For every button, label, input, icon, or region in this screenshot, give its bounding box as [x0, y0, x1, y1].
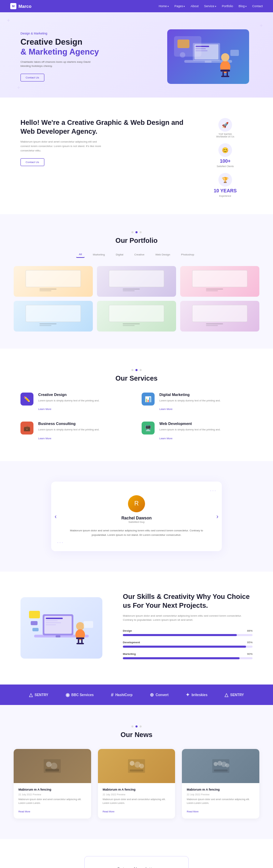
svg-rect-38	[76, 637, 84, 639]
news-card-1-date: 22 July 2022 Preview	[18, 793, 86, 796]
skill-bar-marketing: Marketing 90%	[123, 652, 253, 659]
services-section: Our Services ✏️ Creative Design Lorem ip…	[0, 349, 273, 461]
skill-bg-mkt	[123, 657, 253, 659]
portfolio-screen-2	[109, 270, 164, 287]
portfolio-screen-6	[192, 305, 247, 322]
skill-bar-development: Development 95%	[123, 641, 253, 648]
filter-digital[interactable]: Digital	[113, 251, 126, 258]
portfolio-item-1[interactable]	[14, 266, 93, 297]
brand-sentry-1: △ SENTRY	[29, 692, 48, 697]
news-content-1: Mabiorum m A fencing 22 July 2022 Previe…	[14, 783, 91, 819]
portfolio-inner-3	[180, 266, 259, 297]
about-description: Mabiorum ipsum dolor and amet consectetu…	[20, 140, 102, 153]
skill-bg-design	[123, 634, 253, 636]
filter-creative[interactable]: Creative	[131, 251, 147, 258]
svg-rect-6	[205, 61, 212, 63]
svg-rect-21	[206, 290, 218, 291]
brands-section: △ SENTRY ◉ BBC Services # HashiCorp ⊕ Co…	[0, 685, 273, 705]
skill-label-dev: Development	[123, 641, 140, 644]
news-card-3-link[interactable]: Read More	[187, 810, 199, 813]
brand-sentry-2: △ SENTRY	[225, 692, 244, 697]
filter-photoshop[interactable]: Photoshop	[178, 251, 197, 258]
service-link-webdev[interactable]: Learn More	[159, 437, 172, 440]
svg-rect-42	[29, 611, 40, 618]
svg-rect-23	[40, 325, 52, 326]
filter-marketing[interactable]: Marketing	[90, 251, 107, 258]
skills-illustration-wrap	[20, 597, 109, 659]
news-img-3	[182, 749, 259, 783]
hero-illustration	[167, 29, 249, 84]
news-card-2-desc: Mabiorum ipsum dolor and amet consectetu…	[103, 798, 171, 805]
brand-sentry-2-icon: △	[225, 692, 228, 697]
portfolio-item-6[interactable]	[180, 301, 259, 332]
dot-2	[135, 231, 138, 233]
nav-link-portfolio[interactable]: Portfolio	[222, 4, 233, 8]
services-grid: ✏️ Creative Design Lorem ipsum is simply…	[20, 393, 253, 441]
news-card-1-desc: Mabiorum ipsum dolor and amet consectetu…	[18, 798, 86, 805]
news-title: Our News	[14, 731, 259, 739]
news-img-1	[14, 749, 91, 783]
service-content-creative: Creative Design Lorem ipsum is simply du…	[38, 393, 131, 411]
portfolio-screen-4	[26, 305, 81, 322]
svg-point-53	[139, 764, 144, 768]
portfolio-title: Our Portfolio	[14, 237, 259, 245]
brand-hashi: # HashiCorp	[111, 692, 132, 697]
newsletter-box: Get our Newsletter I'm available for onl…	[84, 856, 189, 868]
nav-link-contact[interactable]: Contact	[252, 4, 263, 8]
dot-3	[140, 231, 142, 233]
service-icon-creative: ✏️	[20, 393, 33, 406]
service-link-digital[interactable]: Learn More	[159, 408, 172, 411]
services-title: Our Services	[20, 374, 253, 382]
news-card-1-link[interactable]: Read More	[18, 810, 30, 813]
sdot-1	[131, 369, 133, 371]
brand-briteskies-name: briteskies	[191, 693, 207, 697]
svg-rect-25	[123, 325, 135, 326]
portfolio-item-3[interactable]	[180, 266, 259, 297]
deco-plus-3: +	[17, 85, 20, 91]
service-link-creative[interactable]: Learn More	[38, 408, 51, 411]
portfolio-item-2[interactable]	[97, 266, 176, 297]
portfolio-inner-4	[14, 301, 93, 332]
nav-link-about[interactable]: About	[190, 4, 199, 8]
nav-link-pages[interactable]: Pages	[174, 4, 185, 8]
service-card-web-dev: 🖥️ Web Development Lorem ipsum is simply…	[142, 422, 253, 440]
nav-link-blog[interactable]: Blog	[239, 4, 247, 8]
portfolio-item-4[interactable]	[14, 301, 93, 332]
hero-cta-button[interactable]: Contact Us	[20, 74, 44, 82]
skill-bar-dev-header: Development 95%	[123, 641, 253, 644]
svg-rect-32	[46, 620, 58, 621]
portfolio-item-5[interactable]	[97, 301, 176, 332]
skill-fill-dev	[123, 646, 246, 648]
nav-logo[interactable]: M Marco	[10, 3, 31, 9]
svg-rect-9	[220, 70, 230, 72]
filter-all[interactable]: All	[76, 251, 85, 258]
news-card-2-link[interactable]: Read More	[103, 810, 115, 813]
stat-icon-trophy: 🏆	[218, 173, 232, 187]
service-link-consulting[interactable]: Learn More	[38, 437, 51, 440]
svg-point-59	[225, 763, 229, 767]
service-icon-webdev: 🖥️	[142, 422, 155, 435]
nav-link-service[interactable]: Service	[204, 4, 216, 8]
svg-rect-20	[206, 289, 223, 290]
nav-logo-icon: M	[10, 3, 16, 9]
news-card-2: Mabiorum m A fencing 22 July 2022 Previe…	[98, 749, 175, 819]
service-title-creative: Creative Design	[38, 393, 131, 397]
services-dots	[20, 369, 253, 371]
nav-link-home[interactable]: Home	[159, 4, 169, 8]
news-card-1: Mabiorum m A fencing 22 July 2022 Previe…	[14, 749, 91, 819]
hero-section: Design & Marketing Creative Design & Mar…	[0, 12, 273, 98]
svg-point-51	[130, 761, 134, 766]
stat-clients: 😊 100+ Satisfied Clients	[217, 143, 234, 167]
portfolio-screen-1	[26, 270, 81, 287]
svg-rect-11	[227, 72, 228, 76]
service-desc-creative: Lorem ipsum is simply dummy text of the …	[38, 399, 131, 402]
testimonial-next-button[interactable]: ›	[216, 513, 218, 520]
news-card-1-title: Mabiorum m A fencing	[18, 788, 86, 791]
service-title-digital: Digital Marketing	[159, 393, 253, 397]
testimonial-text: Mabiorum ipsum dolor and amet consectetu…	[65, 528, 208, 538]
about-cta-button[interactable]: Contact Us	[20, 158, 44, 166]
testimonial-prev-button[interactable]: ‹	[55, 513, 57, 520]
filter-webdesign[interactable]: Web Design	[153, 251, 173, 258]
news-card-3-date: 22 July 2022 Preview	[187, 793, 255, 796]
svg-rect-10	[222, 72, 224, 76]
